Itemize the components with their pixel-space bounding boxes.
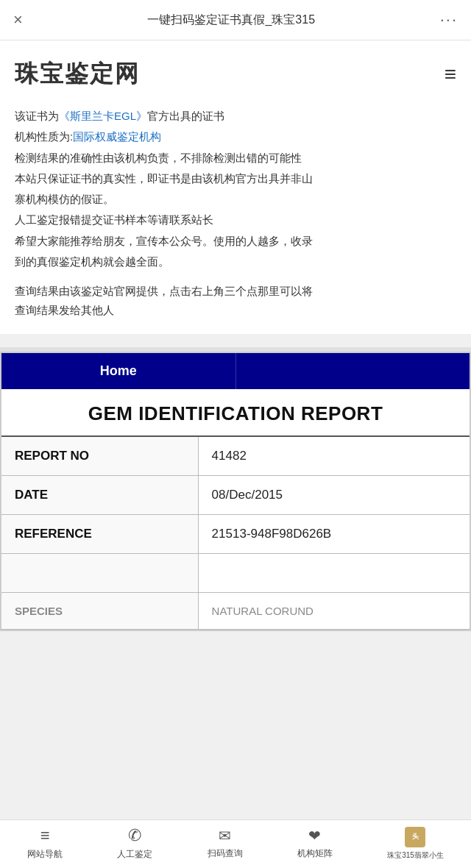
menu-icon[interactable]: ≡ (445, 63, 456, 86)
desc-line3: 检测结果的准确性由该机构负责，不排除检测出错的可能性 (15, 149, 456, 168)
query-result-block: 查询结果由该鉴定站官网提供，点击右上角三个点那里可以将 查询结果发给其他人 (15, 282, 456, 321)
table-row-empty (1, 553, 470, 592)
report-title: GEM IDENTIFICATION REPORT (1, 389, 470, 437)
label-species: SPECIES (1, 592, 198, 629)
bottom-navigation: ≡ 网站导航 ✆ 人工鉴定 ✉ 扫码查询 ❤ 机构矩阵 头 珠宝315翡翠小生 (0, 819, 471, 868)
query-line2: 查询结果发给其他人 (15, 301, 456, 320)
scan-icon: ✉ (219, 827, 231, 844)
org-nature-link[interactable]: 国际权威鉴定机构 (73, 130, 161, 143)
report-table: REPORT NO 41482 DATE 08/Dec/2015 REFEREN… (1, 437, 470, 630)
table-row-species: SPECIES NATURAL CORUND (1, 592, 470, 629)
label-reference: REFERENCE (1, 514, 198, 553)
value-empty (198, 553, 470, 592)
bottom-nav-org[interactable]: ❤ 机构矩阵 (297, 827, 333, 860)
label-date: DATE (1, 475, 198, 514)
table-row: REPORT NO 41482 (1, 437, 470, 476)
page-title: 一键扫码鉴定证书真假_珠宝315 (30, 13, 433, 28)
value-reference: 21513-948F98D626B (198, 514, 470, 553)
more-button[interactable]: ··· (440, 10, 458, 29)
close-button[interactable]: × (13, 10, 23, 29)
site-header: 珠宝鉴定网 ≡ (15, 58, 456, 90)
desc-line2: 机构性质为:国际权威鉴定机构 (15, 127, 456, 146)
desc-line7: 希望大家能推荐给朋友，宣传本公众号。使用的人越多，收录 (15, 232, 456, 251)
desc-line1: 该证书为《斯里兰卡EGL》官方出具的证书 (15, 107, 456, 126)
desc-line6: 人工鉴定报错提交证书样本等请联系站长 (15, 210, 456, 230)
value-report-no: 41482 (198, 437, 470, 476)
org-label: 机构矩阵 (297, 847, 333, 860)
site-logo: 珠宝鉴定网 (15, 58, 140, 90)
avatar: 头 (405, 827, 425, 847)
value-date: 08/Dec/2015 (198, 475, 470, 514)
bottom-nav-manual[interactable]: ✆ 人工鉴定 (117, 826, 152, 861)
site-nav-label: 网站导航 (27, 848, 63, 861)
table-row: DATE 08/Dec/2015 (1, 475, 470, 514)
scan-label: 扫码查询 (208, 847, 243, 860)
cert-nav-other[interactable] (236, 353, 470, 389)
query-line1: 查询结果由该鉴定站官网提供，点击右上角三个点那里可以将 (15, 282, 456, 301)
user-label: 珠宝315翡翠小生 (387, 850, 444, 861)
top-navigation: × 一键扫码鉴定证书真假_珠宝315 ··· (0, 0, 471, 40)
org-icon: ❤ (308, 827, 321, 844)
desc-line8: 到的真假鉴定机构就会越全面。 (15, 252, 456, 271)
phone-icon: ✆ (128, 826, 141, 845)
site-nav-icon: ≡ (40, 826, 50, 845)
bottom-nav-user[interactable]: 头 珠宝315翡翠小生 (387, 827, 444, 861)
desc-line5: 寨机构模仿的假证。 (15, 190, 456, 209)
label-empty (1, 553, 198, 592)
institution-link[interactable]: 《斯里兰卡EGL》 (59, 110, 147, 122)
bottom-nav-scan[interactable]: ✉ 扫码查询 (208, 827, 243, 860)
description-block: 该证书为《斯里兰卡EGL》官方出具的证书 机构性质为:国际权威鉴定机构 检测结果… (15, 107, 456, 271)
bottom-nav-site[interactable]: ≡ 网站导航 (27, 826, 63, 861)
value-species: NATURAL CORUND (198, 592, 470, 629)
certificate-section: Home GEM IDENTIFICATION REPORT REPORT NO… (0, 352, 471, 631)
desc-line4: 本站只保证证书的真实性，即证书是由该机构官方出具并非山 (15, 169, 456, 188)
label-report-no: REPORT NO (1, 437, 198, 476)
cert-navigation: Home (1, 353, 470, 389)
table-row: REFERENCE 21513-948F98D626B (1, 514, 470, 553)
cert-nav-home[interactable]: Home (1, 353, 236, 389)
main-content: 珠宝鉴定网 ≡ 该证书为《斯里兰卡EGL》官方出具的证书 机构性质为:国际权威鉴… (0, 40, 471, 334)
manual-id-label: 人工鉴定 (117, 848, 152, 861)
